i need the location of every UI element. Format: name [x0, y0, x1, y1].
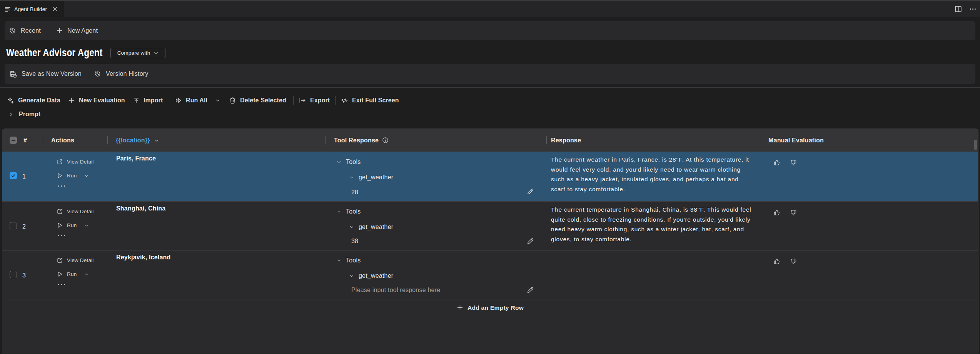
column-separator — [107, 136, 108, 144]
tools-node-label: Tools — [346, 257, 361, 264]
plus-icon — [68, 97, 75, 104]
run-label: Run — [67, 222, 77, 228]
import-icon — [133, 97, 140, 104]
chevron-right-icon — [8, 112, 13, 117]
export-label: Export — [310, 97, 330, 104]
tab-bar-actions — [955, 1, 976, 17]
view-detail-button[interactable]: View Detail — [57, 159, 93, 165]
row-checkbox-checked[interactable] — [10, 172, 17, 179]
column-header-location[interactable]: {{location}} — [116, 129, 159, 152]
tool-tree-node[interactable]: get_weather — [349, 224, 393, 230]
run-button[interactable]: Run — [57, 172, 89, 179]
thumbs-down-icon[interactable] — [790, 159, 797, 166]
editor-tab-bar: Agent Builder — [0, 0, 980, 17]
ellipsis-icon — [58, 235, 65, 236]
info-icon[interactable] — [382, 137, 389, 144]
view-detail-button[interactable]: View Detail — [57, 208, 93, 215]
tools-node-label: Tools — [346, 159, 361, 165]
split-editor-icon[interactable] — [955, 5, 962, 13]
plus-icon — [457, 304, 463, 311]
response-cell: The current temperature in Shanghai, Chi… — [551, 205, 753, 244]
chevron-down-icon[interactable] — [84, 272, 89, 277]
thumbs-down-icon[interactable] — [790, 258, 797, 265]
run-button[interactable]: Run — [57, 222, 89, 229]
thumbs-up-icon[interactable] — [773, 209, 780, 216]
view-detail-label: View Detail — [67, 159, 93, 165]
column-header-actions: Actions — [51, 129, 74, 152]
row-checkbox[interactable] — [10, 271, 17, 278]
run-label: Run — [67, 173, 77, 179]
more-actions-button[interactable] — [58, 185, 65, 187]
more-actions-button[interactable] — [58, 284, 65, 285]
chevron-down-icon — [349, 273, 354, 279]
chevron-down-icon — [349, 175, 354, 180]
recent-button[interactable]: Recent — [9, 27, 41, 34]
save-as-new-version-button[interactable]: Save as New Version — [9, 70, 82, 78]
tools-tree-node[interactable]: Tools — [336, 159, 361, 165]
column-separator — [546, 136, 547, 144]
export-button[interactable]: Export — [299, 92, 330, 109]
tool-tree-node[interactable]: get_weather — [349, 272, 393, 279]
prompt-label: Prompt — [19, 111, 40, 118]
add-empty-row-button[interactable]: Add an Empty Row — [2, 299, 978, 316]
exit-full-screen-button[interactable]: Exit Full Screen — [341, 92, 399, 109]
exit-full-screen-icon — [341, 97, 348, 104]
version-history-button[interactable]: Version History — [94, 70, 149, 77]
agent-nav-strip: Recent New Agent — [5, 21, 975, 40]
tool-tree-node[interactable]: get_weather — [349, 174, 393, 181]
toolbar-separator — [293, 96, 294, 105]
tool-name-label: get_weather — [359, 224, 393, 230]
tab-agent-builder[interactable]: Agent Builder — [0, 1, 64, 17]
chevron-down-icon — [336, 159, 342, 165]
row-checkbox[interactable] — [10, 222, 17, 229]
close-icon[interactable] — [52, 6, 58, 12]
chevron-down-icon — [154, 138, 159, 143]
tools-tree-node[interactable]: Tools — [336, 257, 361, 264]
tab-title: Agent Builder — [14, 6, 47, 12]
recent-label: Recent — [21, 27, 41, 34]
delete-selected-label: Delete Selected — [240, 97, 286, 104]
edit-pencil-icon[interactable] — [526, 286, 534, 294]
play-icon — [57, 172, 63, 179]
row-number: 2 — [22, 223, 26, 230]
run-all-button[interactable]: Run All — [175, 92, 207, 109]
generate-data-button[interactable]: Generate Data — [7, 92, 60, 109]
prompt-section-toggle[interactable]: Prompt — [8, 109, 40, 119]
compare-with-button[interactable]: Compare with — [110, 48, 165, 58]
plus-icon — [56, 27, 63, 34]
new-evaluation-button[interactable]: New Evaluation — [68, 92, 125, 109]
tool-response-placeholder[interactable]: Please input tool response here — [351, 287, 440, 294]
chevron-down-icon[interactable] — [84, 173, 89, 179]
tools-tree-node[interactable]: Tools — [336, 208, 361, 215]
row-number: 1 — [22, 173, 26, 180]
import-button[interactable]: Import — [133, 92, 163, 109]
edit-pencil-icon[interactable] — [526, 237, 534, 245]
edit-pencil-icon[interactable] — [526, 187, 534, 195]
view-detail-label: View Detail — [67, 209, 93, 214]
delete-selected-button[interactable]: Delete Selected — [229, 92, 286, 109]
chevron-down-icon[interactable] — [84, 223, 89, 228]
import-label: Import — [144, 97, 163, 104]
tools-node-label: Tools — [346, 208, 361, 215]
scrollbar-thumb[interactable] — [974, 140, 977, 150]
thumbs-up-icon[interactable] — [773, 258, 780, 265]
thumbs-up-icon[interactable] — [773, 159, 780, 166]
run-button[interactable]: Run — [57, 271, 89, 277]
run-all-dropdown[interactable] — [215, 92, 220, 109]
new-agent-button[interactable]: New Agent — [56, 27, 98, 34]
new-agent-label: New Agent — [67, 27, 98, 34]
ellipsis-icon — [58, 185, 65, 187]
column-header-number: # — [23, 129, 27, 152]
location-cell: Reykjavík, Iceland — [116, 254, 170, 261]
more-actions-icon[interactable] — [970, 6, 976, 12]
chevron-down-icon — [336, 209, 342, 214]
manual-evaluation-cell — [773, 258, 797, 265]
chevron-down-icon — [349, 224, 354, 230]
page-title: Weather Advisor Agent — [6, 47, 102, 59]
thumbs-down-icon[interactable] — [790, 209, 797, 216]
row-number: 3 — [22, 272, 26, 279]
view-detail-button[interactable]: View Detail — [57, 257, 93, 264]
chevron-down-icon — [154, 50, 159, 55]
select-all-checkbox[interactable] — [10, 137, 17, 144]
more-actions-button[interactable] — [58, 235, 65, 236]
